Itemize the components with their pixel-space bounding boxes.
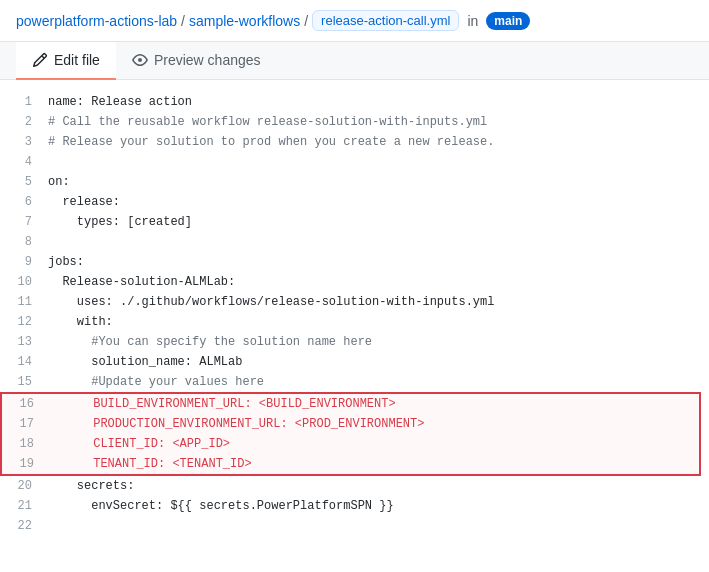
filename-badge: release-action-call.yml xyxy=(312,10,459,31)
tab-edit-file[interactable]: Edit file xyxy=(16,42,116,80)
line-content: on: xyxy=(48,172,709,192)
line-number: 2 xyxy=(0,112,48,132)
line-number: 11 xyxy=(0,292,48,312)
tabs-bar: Edit file Preview changes xyxy=(0,41,709,80)
code-line: 18 CLIENT_ID: <APP_ID> xyxy=(2,434,699,454)
line-content: # Release your solution to prod when you… xyxy=(48,132,709,152)
line-number: 1 xyxy=(0,92,48,112)
code-line: 10 Release-solution-ALMLab: xyxy=(0,272,709,292)
line-content: TENANT_ID: <TENANT_ID> xyxy=(50,454,699,474)
branch-badge[interactable]: main xyxy=(486,12,530,30)
highlight-box: 16 BUILD_ENVIRONMENT_URL: <BUILD_ENVIRON… xyxy=(0,392,701,476)
repo-link[interactable]: powerplatform-actions-lab xyxy=(16,13,177,29)
editor-container: 1name: Release action2# Call the reusabl… xyxy=(0,80,709,548)
tab-preview-changes-label: Preview changes xyxy=(154,52,261,68)
line-number: 8 xyxy=(0,232,48,252)
line-content: BUILD_ENVIRONMENT_URL: <BUILD_ENVIRONMEN… xyxy=(50,394,699,414)
code-line: 2# Call the reusable workflow release-so… xyxy=(0,112,709,132)
in-label: in xyxy=(467,13,478,29)
code-line: 1name: Release action xyxy=(0,92,709,112)
code-line: 7 types: [created] xyxy=(0,212,709,232)
line-content: name: Release action xyxy=(48,92,709,112)
line-number: 4 xyxy=(0,152,48,172)
line-number: 7 xyxy=(0,212,48,232)
tab-preview-changes[interactable]: Preview changes xyxy=(116,42,277,80)
code-line: 4 xyxy=(0,152,709,172)
line-number: 17 xyxy=(2,414,50,434)
code-line: 11 uses: ./.github/workflows/release-sol… xyxy=(0,292,709,312)
line-content: Release-solution-ALMLab: xyxy=(48,272,709,292)
line-content: uses: ./.github/workflows/release-soluti… xyxy=(48,292,709,312)
line-number: 21 xyxy=(0,496,48,516)
line-number: 20 xyxy=(0,476,48,496)
line-number: 19 xyxy=(2,454,50,474)
line-number: 16 xyxy=(2,394,50,414)
line-content: secrets: xyxy=(48,476,709,496)
code-line: 6 release: xyxy=(0,192,709,212)
line-content: # Call the reusable workflow release-sol… xyxy=(48,112,709,132)
separator2: / xyxy=(304,13,308,29)
code-line: 5on: xyxy=(0,172,709,192)
line-number: 18 xyxy=(2,434,50,454)
line-number: 12 xyxy=(0,312,48,332)
line-number: 13 xyxy=(0,332,48,352)
tab-edit-file-label: Edit file xyxy=(54,52,100,68)
code-line: 13 #You can specify the solution name he… xyxy=(0,332,709,352)
line-content: solution_name: ALMLab xyxy=(48,352,709,372)
line-content: jobs: xyxy=(48,252,709,272)
line-content: with: xyxy=(48,312,709,332)
line-content: release: xyxy=(48,192,709,212)
edit-icon xyxy=(32,52,48,68)
folder-link[interactable]: sample-workflows xyxy=(189,13,300,29)
eye-icon xyxy=(132,52,148,68)
line-content: #You can specify the solution name here xyxy=(48,332,709,352)
code-line: 22 xyxy=(0,516,709,536)
top-bar: powerplatform-actions-lab / sample-workf… xyxy=(0,0,709,41)
line-number: 15 xyxy=(0,372,48,392)
code-line: 12 with: xyxy=(0,312,709,332)
code-line: 21 envSecret: ${{ secrets.PowerPlatformS… xyxy=(0,496,709,516)
separator1: / xyxy=(181,13,185,29)
line-number: 5 xyxy=(0,172,48,192)
line-number: 22 xyxy=(0,516,48,536)
code-line: 14 solution_name: ALMLab xyxy=(0,352,709,372)
line-number: 10 xyxy=(0,272,48,292)
line-number: 9 xyxy=(0,252,48,272)
code-line: 19 TENANT_ID: <TENANT_ID> xyxy=(2,454,699,474)
code-line: 17 PRODUCTION_ENVIRONMENT_URL: <PROD_ENV… xyxy=(2,414,699,434)
code-line: 9jobs: xyxy=(0,252,709,272)
line-content: envSecret: ${{ secrets.PowerPlatformSPN … xyxy=(48,496,709,516)
line-number: 14 xyxy=(0,352,48,372)
line-number: 6 xyxy=(0,192,48,212)
code-line: 3# Release your solution to prod when yo… xyxy=(0,132,709,152)
code-line: 8 xyxy=(0,232,709,252)
line-content: types: [created] xyxy=(48,212,709,232)
line-content: PRODUCTION_ENVIRONMENT_URL: <PROD_ENVIRO… xyxy=(50,414,699,434)
code-line: 20 secrets: xyxy=(0,476,709,496)
code-line: 15 #Update your values here xyxy=(0,372,709,392)
code-line: 16 BUILD_ENVIRONMENT_URL: <BUILD_ENVIRON… xyxy=(2,394,699,414)
line-content: #Update your values here xyxy=(48,372,709,392)
line-content: CLIENT_ID: <APP_ID> xyxy=(50,434,699,454)
line-number: 3 xyxy=(0,132,48,152)
